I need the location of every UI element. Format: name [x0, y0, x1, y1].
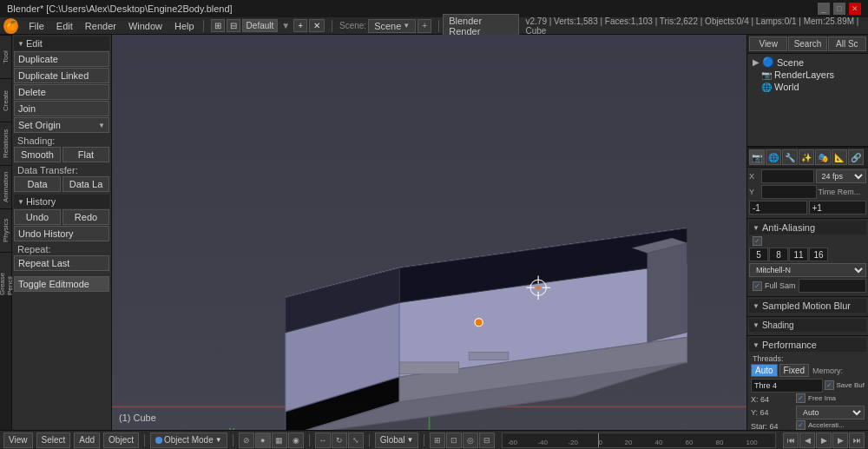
- menu-edit[interactable]: Edit: [51, 17, 78, 34]
- vtab-grease-pencil[interactable]: Grease Pencil: [0, 252, 11, 295]
- vtab-relations[interactable]: Relations: [0, 122, 11, 165]
- sample8-input[interactable]: [769, 248, 788, 261]
- history-section-title[interactable]: History: [14, 195, 109, 208]
- repeat-last-button[interactable]: Repeat Last: [14, 255, 109, 271]
- edit-section-title[interactable]: Edit: [14, 36, 109, 50]
- add-layout-btn[interactable]: +: [293, 19, 307, 32]
- neg-input2[interactable]: [809, 201, 867, 215]
- timeline-bar[interactable]: -60 -40 -20 0 20 40 60 80 100 120 140 16…: [502, 432, 776, 448]
- data-prop-icon[interactable]: 📐: [832, 149, 847, 165]
- mitchell-select[interactable]: Mitchell-N: [749, 263, 866, 277]
- duplicate-linked-button[interactable]: Duplicate Linked: [14, 68, 109, 83]
- snap-icon[interactable]: ⊡: [446, 432, 462, 448]
- fullsam-checkbox[interactable]: [753, 281, 762, 291]
- scene-item-renderlayers[interactable]: 📷 RenderLayers: [749, 69, 866, 81]
- datala-button[interactable]: Data La: [62, 176, 109, 192]
- transform-orientation-btn[interactable]: Global: [375, 432, 419, 448]
- jump-end-icon[interactable]: ⏭: [849, 432, 865, 448]
- shading-wire-icon[interactable]: ⊘: [239, 432, 254, 448]
- scene-item-scene[interactable]: ▶ 🔵 Scene: [749, 56, 866, 69]
- sample5-input[interactable]: [749, 248, 768, 261]
- select-bottom-btn[interactable]: Select: [36, 432, 71, 448]
- view-tab[interactable]: View: [749, 36, 787, 51]
- search-tab[interactable]: Search: [788, 36, 826, 51]
- object-bottom-btn[interactable]: Object: [103, 432, 139, 448]
- res-x-input[interactable]: 1.000: [761, 169, 814, 183]
- vtab-create[interactable]: Create: [0, 78, 11, 122]
- motion-blur-header[interactable]: Sampled Motion Blur: [749, 299, 866, 313]
- smooth-button[interactable]: Smooth: [14, 147, 61, 162]
- anti-aliasing-header[interactable]: Anti-Aliasing: [749, 221, 866, 234]
- screen-layout-icon[interactable]: ⊞: [211, 19, 225, 32]
- screen-layout-btn[interactable]: Default: [242, 19, 279, 32]
- next-frame-icon[interactable]: ▶: [832, 432, 848, 448]
- toggle-editmode-button[interactable]: Toggle Editmode: [14, 276, 109, 292]
- shading-solid-icon[interactable]: ●: [255, 432, 271, 448]
- flat-button[interactable]: Flat: [62, 147, 109, 162]
- tile-y-select[interactable]: Auto: [796, 406, 865, 419]
- scale-icon[interactable]: ⤡: [348, 432, 364, 448]
- undo-history-button[interactable]: Undo History: [14, 226, 109, 241]
- vtab-tool[interactable]: Tool: [0, 35, 11, 78]
- material-prop-icon[interactable]: 🔗: [848, 149, 864, 165]
- accel-checkbox[interactable]: [796, 420, 806, 430]
- prev-frame-icon[interactable]: ◀: [799, 432, 815, 448]
- scene-prop-icon[interactable]: 🌐: [766, 149, 781, 165]
- world-prop-icon[interactable]: 🔧: [782, 149, 798, 165]
- auto-thread-btn[interactable]: Auto: [751, 364, 778, 377]
- join-button[interactable]: Join: [14, 101, 109, 116]
- scene-item-world[interactable]: 🌐 World: [749, 81, 866, 93]
- minimize-button[interactable]: _: [818, 3, 830, 15]
- freeima-checkbox[interactable]: [796, 393, 806, 403]
- delete-button[interactable]: Delete: [14, 84, 109, 100]
- duplicate-button[interactable]: Duplicate: [14, 51, 109, 67]
- fixed-thread-btn[interactable]: Fixed: [779, 364, 809, 377]
- shading-tex-icon[interactable]: ▦: [272, 432, 287, 448]
- scene-add-btn[interactable]: +: [418, 19, 431, 33]
- vtab-physics[interactable]: Physics: [0, 208, 11, 252]
- menu-render[interactable]: Render: [80, 17, 122, 34]
- shading-render-icon[interactable]: ◉: [288, 432, 304, 448]
- performance-header[interactable]: Performance: [749, 338, 866, 352]
- screen-layout-icon2[interactable]: ⊟: [227, 19, 240, 32]
- viewport[interactable]: User Persp: [112, 35, 746, 430]
- res-y-input[interactable]: 1.000: [761, 185, 817, 199]
- mirror-icon[interactable]: ⊟: [479, 432, 495, 448]
- translate-icon[interactable]: ↔: [315, 432, 331, 448]
- menu-window[interactable]: Window: [123, 17, 168, 34]
- aa-checkbox[interactable]: [753, 236, 762, 246]
- remove-layout-btn[interactable]: ✕: [309, 19, 325, 32]
- object-prop-icon[interactable]: ✨: [799, 149, 814, 165]
- close-button[interactable]: ✕: [849, 3, 861, 15]
- prop-edit-icon[interactable]: ◎: [463, 432, 478, 448]
- redo-button[interactable]: Redo: [62, 209, 109, 225]
- render-prop-icon[interactable]: 📷: [749, 149, 765, 165]
- sample11-input[interactable]: [789, 248, 808, 261]
- threads-count-input[interactable]: [751, 379, 823, 393]
- neg-input1[interactable]: [749, 201, 807, 215]
- shading-header[interactable]: Shading: [749, 319, 866, 332]
- allsc-tab[interactable]: All Sc: [828, 36, 866, 51]
- set-origin-button[interactable]: Set Origin: [14, 117, 109, 133]
- data-button[interactable]: Data: [14, 176, 61, 192]
- shading-section: Shading: [747, 316, 868, 335]
- play-icon[interactable]: ▶: [816, 432, 832, 448]
- undo-button[interactable]: Undo: [14, 209, 61, 225]
- object-mode-btn[interactable]: Object Mode: [150, 432, 227, 448]
- rotate-icon[interactable]: ↻: [332, 432, 347, 448]
- scene-selector[interactable]: Scene ▼: [368, 19, 416, 33]
- add-bottom-btn[interactable]: Add: [74, 432, 100, 448]
- menu-help[interactable]: Help: [169, 17, 200, 34]
- maximize-button[interactable]: □: [833, 3, 845, 15]
- view-bottom-btn[interactable]: View: [3, 432, 33, 448]
- fullsam-val[interactable]: 1.000 p: [799, 279, 866, 293]
- sample16-input[interactable]: [809, 248, 828, 261]
- layer-icon[interactable]: ⊞: [430, 432, 445, 448]
- vtab-animation[interactable]: Animation: [0, 165, 11, 208]
- blender-logo[interactable]: 🍊: [3, 18, 18, 34]
- constraints-prop-icon[interactable]: 🎭: [815, 149, 831, 165]
- fps-select[interactable]: 24 fps: [816, 169, 867, 183]
- menu-file[interactable]: File: [23, 17, 49, 34]
- jump-start-icon[interactable]: ⏮: [783, 432, 799, 448]
- savebuf-checkbox[interactable]: [825, 380, 834, 390]
